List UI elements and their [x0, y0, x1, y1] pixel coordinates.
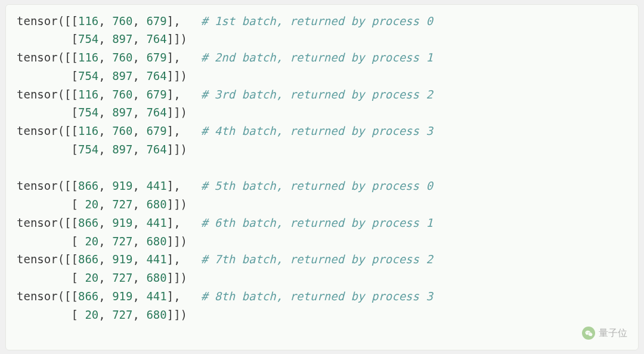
wechat-icon [582, 327, 595, 340]
watermark: 量子位 [582, 327, 627, 340]
code-line: tensor([[116, 760, 679], # 2nd batch, re… [17, 48, 627, 67]
code-line: [754, 897, 764]]) [17, 140, 627, 159]
code-line: tensor([[866, 919, 441], # 7th batch, re… [17, 250, 627, 269]
code-line: tensor([[866, 919, 441], # 6th batch, re… [17, 214, 627, 232]
code-line: [ 20, 727, 680]]) [17, 195, 627, 214]
code-line: tensor([[116, 760, 679], # 3rd batch, re… [17, 85, 627, 104]
code-line: [ 20, 727, 680]]) [17, 306, 627, 324]
code-line: [754, 897, 764]]) [17, 67, 627, 85]
code-line: [754, 897, 764]]) [17, 30, 627, 48]
code-block: tensor([[116, 760, 679], # 1st batch, re… [5, 4, 639, 350]
code-line: tensor([[116, 760, 679], # 1st batch, re… [17, 12, 627, 30]
blank-line [17, 159, 627, 177]
code-line: [ 20, 727, 680]]) [17, 269, 627, 287]
watermark-text: 量子位 [599, 327, 627, 340]
code-line: tensor([[866, 919, 441], # 5th batch, re… [17, 177, 627, 195]
code-line: [ 20, 727, 680]]) [17, 232, 627, 251]
code-line: tensor([[116, 760, 679], # 4th batch, re… [17, 122, 627, 140]
code-line: [754, 897, 764]]) [17, 103, 627, 122]
code-line: tensor([[866, 919, 441], # 8th batch, re… [17, 287, 627, 306]
